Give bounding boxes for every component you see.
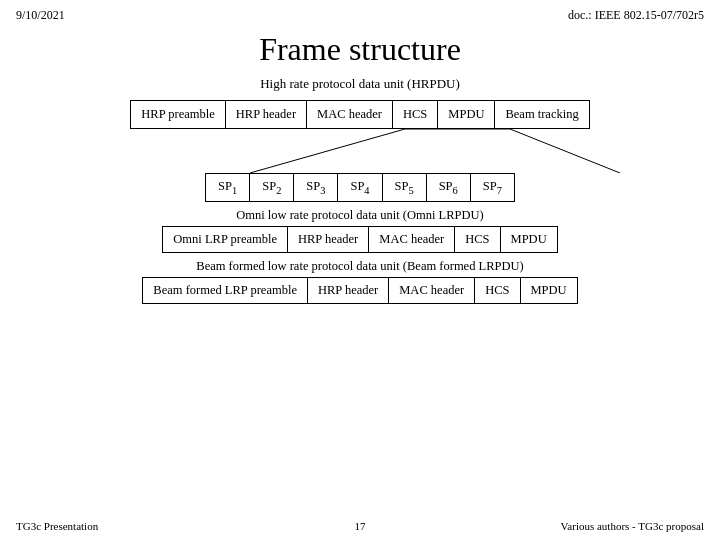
connector-lines <box>95 129 625 173</box>
hrpdu-cell-hcs: HCS <box>393 101 438 128</box>
hrpdu-cell-beam: Beam tracking <box>495 101 588 128</box>
hrpdu-subtitle: High rate protocol data unit (HRPDU) <box>260 76 460 91</box>
hrpdu-cell-header: HRP header <box>226 101 307 128</box>
omni-hcs: HCS <box>454 226 499 253</box>
beam-mpdu: MPDU <box>520 277 578 304</box>
date-label: 9/10/2021 <box>16 8 65 23</box>
sp7: SP7 <box>470 173 515 202</box>
sp4: SP4 <box>337 173 381 202</box>
omni-row: Omni LRP preamble HRP header MAC header … <box>0 226 720 253</box>
page-title: Frame structure <box>0 31 720 68</box>
omni-mac-header: MAC header <box>368 226 454 253</box>
omni-hrp-header: HRP header <box>287 226 368 253</box>
sp5: SP5 <box>382 173 426 202</box>
beam-label: Beam formed low rate protocol data unit … <box>196 259 523 273</box>
hrpdu-cell-preamble: HRP preamble <box>131 101 225 128</box>
hrpdu-cell-mac: MAC header <box>307 101 393 128</box>
beam-hcs: HCS <box>474 277 519 304</box>
svg-line-0 <box>250 129 405 173</box>
beam-mac-header: MAC header <box>388 277 474 304</box>
hrpdu-row: HRP preamble HRP header MAC header HCS M… <box>130 100 589 129</box>
hrpdu-cell-mpdu: MPDU <box>438 101 495 128</box>
sp2: SP2 <box>249 173 293 202</box>
sp1: SP1 <box>205 173 249 202</box>
omni-preamble: Omni LRP preamble <box>162 226 287 253</box>
doc-label: doc.: IEEE 802.15-07/702r5 <box>568 8 704 23</box>
footer-right: Various authors - TG3c proposal <box>561 520 704 532</box>
page-number: 17 <box>355 520 366 532</box>
footer-left: TG3c Presentation <box>16 520 98 532</box>
omni-label: Omni low rate protocol data unit (Omni L… <box>236 208 484 222</box>
beam-row: Beam formed LRP preamble HRP header MAC … <box>0 277 720 304</box>
sp-row: SP1 SP2 SP3 SP4 SP5 SP6 SP7 <box>205 173 515 202</box>
omni-mpdu: MPDU <box>500 226 558 253</box>
sp3: SP3 <box>293 173 337 202</box>
svg-line-1 <box>510 129 620 173</box>
beam-preamble: Beam formed LRP preamble <box>142 277 307 304</box>
sp6: SP6 <box>426 173 470 202</box>
beam-hrp-header: HRP header <box>307 277 388 304</box>
